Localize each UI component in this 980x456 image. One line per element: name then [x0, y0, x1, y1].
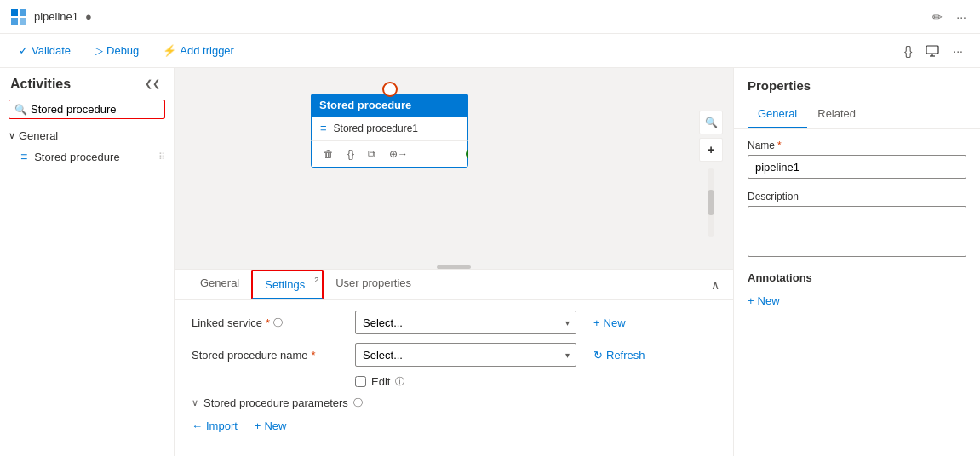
canvas[interactable]: Stored procedure ≡ Stored procedure1 🗑 {…: [175, 68, 733, 269]
debug-label: Debug: [106, 44, 139, 57]
unsaved-dot: ●: [85, 10, 92, 23]
node-code-btn[interactable]: {}: [344, 145, 358, 163]
node-arrow-btn[interactable]: ⊕→: [386, 145, 411, 163]
node-title: Stored procedure: [319, 99, 411, 111]
annotation-new-button[interactable]: + New: [748, 291, 787, 311]
add-trigger-label: Add trigger: [180, 44, 234, 57]
plus-icon: +: [255, 419, 261, 432]
svg-rect-0: [11, 9, 18, 16]
top-bar-right: ✏ ···: [929, 7, 970, 27]
sp-params-section: ∨ Stored procedure parameters ⓘ: [192, 396, 716, 409]
plus-icon: +: [748, 294, 754, 307]
bottom-tabs: General Settings 2 User properties ∧: [175, 270, 733, 300]
more-options-btn[interactable]: ···: [953, 7, 970, 27]
linked-service-info-icon[interactable]: ⓘ: [273, 316, 283, 329]
node-header: Stored procedure: [311, 94, 468, 117]
activity-node[interactable]: Stored procedure ≡ Stored procedure1 🗑 {…: [311, 94, 468, 168]
node-body-icon: ≡: [320, 122, 327, 134]
svg-rect-3: [20, 18, 26, 25]
scroll-thumb: [708, 190, 714, 215]
import-button[interactable]: ← Import: [192, 419, 238, 432]
tab-user-properties[interactable]: User properties: [324, 270, 423, 299]
linked-service-row: Linked service * ⓘ Select... ▾ + New: [192, 311, 716, 334]
top-bar: pipeline1 ● ✏ ···: [0, 0, 980, 34]
description-field: Description: [748, 191, 966, 259]
sidebar-collapse-icon[interactable]: ❮❮: [141, 75, 163, 93]
refresh-icon: ↻: [593, 349, 603, 362]
bottom-panel: General Settings 2 User properties ∧ Lin…: [175, 269, 733, 456]
linked-service-select[interactable]: Select...: [355, 311, 576, 334]
add-trigger-button[interactable]: ⚡ Add trigger: [158, 41, 239, 60]
edit-icon-btn[interactable]: ✏: [929, 7, 946, 27]
sp-params-info-icon[interactable]: ⓘ: [353, 396, 363, 409]
group-label-text: General: [19, 129, 58, 142]
svg-rect-2: [11, 18, 18, 25]
trigger-icon: ⚡: [163, 44, 176, 57]
name-field-label: Name *: [748, 140, 966, 151]
zoom-search-btn[interactable]: 🔍: [699, 111, 723, 134]
panel-resize-handle[interactable]: [437, 265, 471, 269]
validate-label: Validate: [32, 44, 71, 57]
description-textarea[interactable]: [748, 206, 966, 257]
properties-body: Name * Description Annotations + New: [734, 129, 980, 333]
validate-check-icon: ✓: [19, 44, 28, 57]
linked-service-select-wrapper: Select... ▾: [355, 311, 576, 334]
properties-header: Properties: [734, 68, 980, 100]
import-arrow-icon: ←: [192, 419, 203, 432]
edit-label[interactable]: Edit: [371, 375, 390, 388]
node-body-label: Stored procedure1: [334, 123, 418, 134]
sp-name-select[interactable]: Select...: [355, 343, 576, 367]
linked-service-new-btn[interactable]: + New: [587, 313, 633, 333]
tab-settings[interactable]: Settings 2: [251, 270, 324, 299]
toolbar-right: {} ···: [901, 41, 966, 61]
pipeline-title: pipeline1: [34, 10, 78, 23]
tab-settings-badge: 2: [314, 276, 318, 284]
description-field-label: Description: [748, 191, 966, 202]
section-chevron-icon: ∨: [192, 397, 198, 408]
properties-title: Properties: [748, 78, 811, 93]
monitor-button[interactable]: [922, 41, 943, 61]
svg-rect-4: [926, 46, 938, 54]
node-delete-btn[interactable]: 🗑: [320, 145, 337, 163]
tab-general[interactable]: General: [188, 270, 251, 299]
name-input[interactable]: [748, 155, 966, 179]
sp-params-label: Stored procedure parameters: [203, 396, 348, 409]
sidebar-title: Activities: [10, 77, 71, 92]
edit-checkbox[interactable]: [355, 376, 366, 387]
linked-service-label: Linked service * ⓘ: [192, 316, 345, 329]
sp-name-label: Stored procedure name *: [192, 349, 345, 362]
list-item[interactable]: ≡ Stored procedure ⠿: [0, 145, 174, 168]
search-box[interactable]: 🔍: [9, 100, 165, 119]
edit-info-icon[interactable]: ⓘ: [395, 375, 404, 388]
activity-item-label: Stored procedure: [34, 151, 119, 163]
sidebar-group-general[interactable]: ∨ General: [0, 126, 174, 145]
tab-list: General Settings 2 User properties: [188, 270, 423, 299]
scroll-track: [708, 168, 714, 237]
panel-collapse-btn[interactable]: ∧: [711, 278, 719, 292]
sp-name-row: Stored procedure name * Select... ▾ ↻ Re…: [192, 343, 716, 367]
node-card: Stored procedure ≡ Stored procedure1 🗑 {…: [311, 94, 468, 168]
properties-panel: Properties General Related Name * Descri…: [733, 68, 980, 456]
node-top-connector: [382, 82, 398, 97]
new-param-button[interactable]: + New: [248, 416, 294, 436]
node-copy-btn[interactable]: ⧉: [364, 145, 379, 163]
code-view-button[interactable]: {}: [901, 41, 915, 61]
search-icon: 🔍: [14, 104, 27, 116]
props-tab-general[interactable]: General: [748, 100, 807, 128]
validate-button[interactable]: ✓ Validate: [14, 41, 76, 60]
refresh-btn[interactable]: ↻ Refresh: [587, 345, 652, 365]
zoom-plus-btn[interactable]: +: [699, 138, 723, 162]
bottom-content: Linked service * ⓘ Select... ▾ + New: [175, 300, 733, 446]
sidebar-header: Activities ❮❮: [0, 68, 174, 96]
edit-checkbox-row: Edit ⓘ: [355, 375, 716, 388]
top-bar-left: pipeline1 ●: [10, 9, 92, 26]
toolbar-more-btn[interactable]: ···: [949, 41, 966, 61]
app-logo-icon: [10, 9, 27, 26]
search-input[interactable]: [31, 103, 159, 116]
center-area: Stored procedure ≡ Stored procedure1 🗑 {…: [175, 68, 733, 456]
props-tab-related[interactable]: Related: [807, 100, 866, 128]
drag-handle-icon: ⠿: [158, 151, 165, 162]
chevron-down-icon: ∨: [9, 130, 15, 141]
debug-button[interactable]: ▷ Debug: [89, 41, 144, 60]
toolbar-left: ✓ Validate ▷ Debug ⚡ Add trigger: [14, 41, 239, 60]
